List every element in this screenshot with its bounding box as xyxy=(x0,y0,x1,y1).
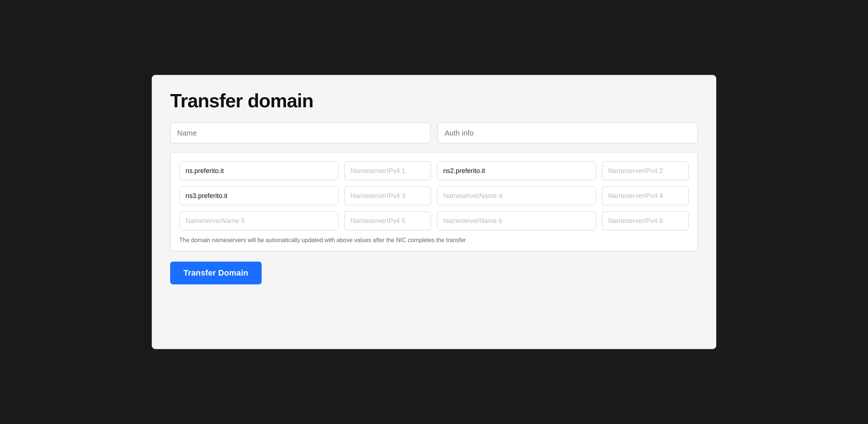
nameservers-note: The domain nameservers will be automatic… xyxy=(179,237,689,244)
ns2-name-input[interactable] xyxy=(437,161,596,180)
ns3-name-input[interactable] xyxy=(179,186,338,205)
ns2-ipv4-input[interactable] xyxy=(602,161,689,180)
ns3-ipv4-input[interactable] xyxy=(344,186,431,205)
page-title: Transfer domain xyxy=(170,90,698,112)
nameserver-row-1 xyxy=(179,161,689,180)
ns4-name-input[interactable] xyxy=(437,186,596,205)
name-input[interactable] xyxy=(170,123,430,143)
ns6-name-wrapper xyxy=(437,211,596,230)
ns1-name-input[interactable] xyxy=(179,161,338,180)
ns4-ipv4-input[interactable] xyxy=(602,186,689,205)
nameserver-row-2 xyxy=(179,186,689,205)
ns6-name-input[interactable] xyxy=(437,211,596,230)
nameserver-row-3 xyxy=(179,211,689,230)
ns2-ipv4-wrapper xyxy=(602,161,689,180)
ns4-ipv4-wrapper xyxy=(602,186,689,205)
ns5-ipv4-input[interactable] xyxy=(344,211,431,230)
transfer-domain-button[interactable]: Transfer Domain xyxy=(170,262,262,284)
ns5-name-input[interactable] xyxy=(179,211,338,230)
nameservers-box: The domain nameservers will be automatic… xyxy=(170,152,698,251)
ns3-name-wrapper xyxy=(179,186,338,205)
ns5-ipv4-wrapper xyxy=(344,211,431,230)
ns1-name-wrapper xyxy=(179,161,338,180)
ns6-ipv4-wrapper xyxy=(602,211,689,230)
top-fields-row xyxy=(170,123,698,143)
page-container: Transfer domain xyxy=(151,74,717,350)
ns2-name-wrapper xyxy=(437,161,596,180)
auth-info-input[interactable] xyxy=(438,123,698,143)
ns6-ipv4-input[interactable] xyxy=(602,211,689,230)
ns3-ipv4-wrapper xyxy=(344,186,431,205)
ns4-name-wrapper xyxy=(437,186,596,205)
ns1-ipv4-input[interactable] xyxy=(344,161,431,180)
ns1-ipv4-wrapper xyxy=(344,161,431,180)
ns5-name-wrapper xyxy=(179,211,338,230)
